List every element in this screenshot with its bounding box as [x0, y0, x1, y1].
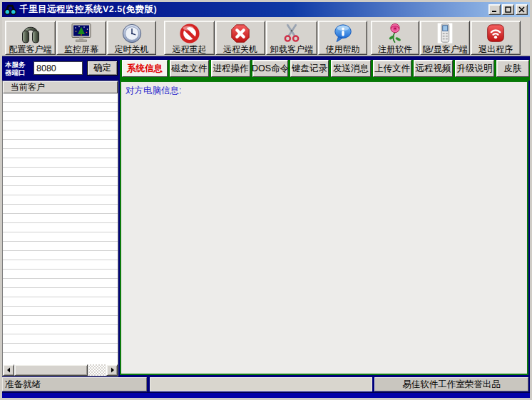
maximize-icon [505, 6, 511, 13]
toolbar-label: 定时关机 [115, 44, 149, 54]
list-item [3, 251, 118, 260]
minimize-button[interactable] [488, 4, 501, 15]
binoculars-app-icon [4, 4, 16, 15]
help-button[interactable]: 使用帮助 [318, 21, 367, 55]
list-item [3, 270, 118, 279]
monitor-icon [70, 22, 93, 44]
server-port-panel: 本服务 器端口 确定 [2, 60, 118, 77]
scheduled-shutdown-button[interactable]: 定时关机 [107, 21, 156, 55]
register-button[interactable]: 注册软件 [371, 21, 419, 55]
list-item [3, 177, 118, 186]
list-item [3, 93, 118, 103]
title-bar: 千里目远程监控系统V2.5(免费版) [2, 2, 530, 17]
rose-icon [384, 22, 406, 44]
horizontal-scrollbar[interactable] [3, 364, 118, 376]
stop-x-icon [230, 22, 251, 44]
list-item [3, 168, 118, 177]
exit-button[interactable]: 退出程序 [471, 21, 521, 55]
list-item [3, 297, 118, 307]
maximize-button[interactable] [502, 4, 514, 15]
help-bubble-icon [332, 22, 354, 44]
list-item [3, 334, 118, 344]
uninstall-client-button[interactable]: 卸载客户端 [266, 21, 317, 55]
status-credit-text: 易佳软件工作室荣誉出品 [374, 377, 528, 391]
app-window: 千里目远程监控系统V2.5(免费版) [0, 0, 532, 400]
scroll-right-button[interactable] [106, 364, 118, 376]
window-title: 千里目远程监控系统V2.5(免费版) [19, 4, 157, 16]
confirm-button[interactable]: 确定 [87, 61, 118, 76]
toolbar-label: 隐/显客户端 [422, 44, 467, 54]
arrow-left-icon [6, 367, 11, 373]
remote-restart-button[interactable]: 远程重起 [164, 21, 215, 55]
tab-process-ops[interactable]: 进程操作 [211, 60, 250, 77]
close-icon [518, 6, 525, 13]
list-item [3, 260, 118, 270]
list-item [3, 214, 118, 223]
list-item [3, 307, 118, 316]
remote-computer-info-label: 对方电脑信息: [126, 85, 527, 97]
port-input[interactable] [34, 61, 83, 75]
client-list-panel: 当前客户 [2, 81, 118, 376]
close-button[interactable] [516, 4, 528, 15]
toolbar-label: 使用帮助 [326, 44, 360, 54]
status-ready-text: 准备就绪 [2, 377, 147, 391]
list-item [3, 112, 118, 121]
toolbar-label: 远程重起 [173, 44, 207, 54]
handset-icon [434, 22, 456, 44]
arrow-right-icon [110, 367, 115, 373]
client-list-header[interactable]: 当前客户 [3, 81, 118, 93]
tab-bar: 系统信息 磁盘文件 进程操作 DOS命令 键盘记录 发送消息 上传文件 远程视频… [120, 60, 530, 81]
tab-skin[interactable]: 皮肤 [496, 60, 529, 77]
no-sign-icon [179, 22, 200, 44]
list-item [3, 149, 118, 158]
tab-remote-video[interactable]: 远程视频 [414, 60, 453, 77]
list-item [3, 223, 118, 232]
bottom-skin-strip [2, 392, 530, 398]
toggle-client-button[interactable]: 隐/显客户端 [420, 21, 470, 55]
list-item [3, 195, 118, 205]
scroll-left-button[interactable] [3, 364, 14, 376]
list-item [3, 288, 118, 297]
list-item [3, 316, 118, 325]
list-item [3, 205, 118, 214]
remote-shutdown-button[interactable]: 远程关机 [215, 21, 265, 55]
list-item [3, 325, 118, 334]
tab-upgrade-notes[interactable]: 升级说明 [455, 60, 494, 77]
configure-client-button[interactable]: 配置客户端 [5, 21, 56, 55]
toolbar-label: 远程关机 [223, 44, 257, 54]
tab-upload-file[interactable]: 上传文件 [373, 60, 411, 77]
list-item [3, 121, 118, 130]
list-item [3, 130, 118, 140]
toolbar-label: 配置客户端 [9, 44, 52, 54]
toolbar-label: 卸载客户端 [270, 44, 313, 54]
remote-info-panel: 对方电脑信息: [120, 81, 528, 375]
scissors-icon [281, 22, 302, 44]
list-item [3, 279, 118, 288]
toolbar-label: 监控屏幕 [64, 44, 98, 54]
server-port-label: 本服务 器端口 [5, 61, 26, 76]
monitor-screen-button[interactable]: 监控屏幕 [56, 21, 106, 55]
tab-dos-command[interactable]: DOS命令 [252, 60, 288, 77]
tab-keylogger[interactable]: 键盘记录 [290, 60, 329, 77]
toolbar-label: 退出程序 [479, 44, 513, 54]
toolbar: 配置客户端 监控屏幕 [2, 17, 530, 56]
tab-send-message[interactable]: 发送消息 [331, 60, 371, 77]
status-middle-panel [150, 377, 372, 391]
tab-disk-files[interactable]: 磁盘文件 [170, 60, 209, 77]
list-item [3, 186, 118, 195]
client-list-rows [3, 93, 118, 364]
list-item [3, 158, 118, 168]
clock-icon [121, 22, 143, 44]
status-bar: 准备就绪 易佳软件工作室荣誉出品 [2, 376, 530, 392]
list-item [3, 344, 118, 353]
tab-system-info[interactable]: 系统信息 [122, 60, 168, 77]
list-item [3, 103, 118, 112]
list-item [3, 140, 118, 149]
binoculars-icon [19, 22, 42, 44]
list-item [3, 242, 118, 251]
minimize-icon [491, 6, 498, 13]
scrollbar-thumb[interactable] [14, 364, 88, 376]
wifi-exit-icon [485, 22, 506, 44]
toolbar-label: 注册软件 [378, 44, 412, 54]
list-item [3, 232, 118, 242]
